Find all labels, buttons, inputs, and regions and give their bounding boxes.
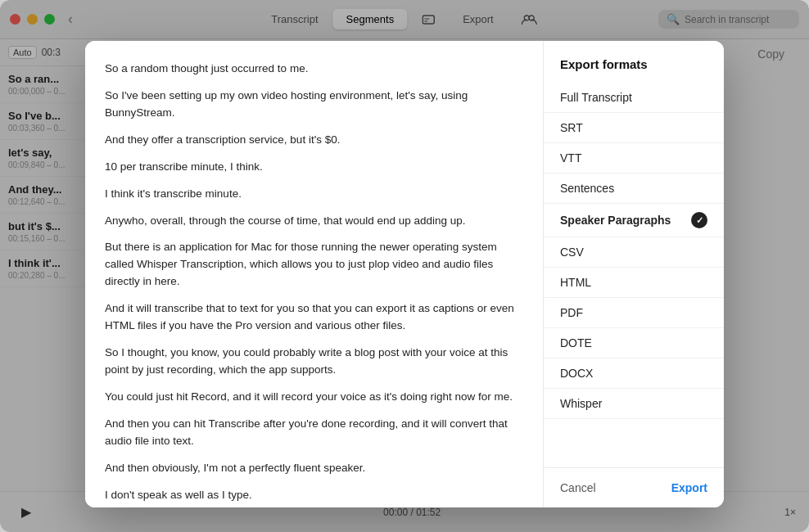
- format-label: Speaker Paragraphs: [560, 214, 671, 227]
- para-2: And they offer a transcription service, …: [105, 132, 523, 149]
- para-7: And it will transcribe that to text for …: [105, 300, 523, 335]
- format-vtt[interactable]: VTT: [544, 143, 724, 174]
- para-12: I don't speak as well as I type.: [105, 487, 523, 504]
- format-label: CSV: [560, 246, 584, 259]
- format-label: DOTE: [560, 336, 592, 349]
- para-10: And then you can hit Transcribe after yo…: [105, 416, 523, 450]
- format-whisper[interactable]: Whisper: [544, 389, 724, 419]
- para-0: So a random thought just occurred to me.: [105, 61, 523, 78]
- para-5: Anywho, overall, through the course of t…: [105, 213, 523, 230]
- export-formats-title: Export formats: [544, 57, 724, 83]
- app-window: ‹ Transcript Segments Export: [0, 0, 809, 532]
- export-button[interactable]: Export: [671, 481, 707, 494]
- export-modal: So a random thought just occurred to me.…: [85, 41, 724, 507]
- format-dote[interactable]: DOTE: [544, 328, 724, 358]
- format-full-transcript[interactable]: Full Transcript: [544, 83, 724, 113]
- format-docx[interactable]: DOCX: [544, 358, 724, 389]
- format-srt[interactable]: SRT: [544, 113, 724, 143]
- para-8: So I thought, you know, you could probab…: [105, 345, 523, 379]
- format-label: PDF: [560, 306, 583, 319]
- format-html[interactable]: HTML: [544, 268, 724, 298]
- format-label: HTML: [560, 276, 591, 289]
- format-pdf[interactable]: PDF: [544, 298, 724, 328]
- cancel-button[interactable]: Cancel: [560, 481, 596, 494]
- export-formats-panel: Export formats Full Transcript SRT VTT S…: [544, 41, 724, 507]
- format-label: VTT: [560, 151, 581, 165]
- format-label: Full Transcript: [560, 91, 632, 104]
- transcript-content: So a random thought just occurred to me.…: [85, 41, 544, 507]
- para-1: So I've been setting up my own video hos…: [105, 88, 523, 122]
- para-3: 10 per transcribe minute, I think.: [105, 159, 523, 176]
- format-speaker-paragraphs[interactable]: Speaker Paragraphs ✓: [544, 204, 724, 237]
- format-csv[interactable]: CSV: [544, 237, 724, 268]
- para-9: You could just hit Record, and it will r…: [105, 389, 523, 406]
- export-footer: Cancel Export: [544, 467, 724, 507]
- copy-button[interactable]: Copy: [757, 47, 784, 61]
- format-sentences[interactable]: Sentences: [544, 174, 724, 204]
- format-label: SRT: [560, 121, 583, 134]
- para-11: And then obviously, I'm not a perfectly …: [105, 460, 523, 477]
- format-label: Sentences: [560, 182, 614, 195]
- selected-check-icon: ✓: [691, 212, 707, 228]
- format-label: Whisper: [560, 397, 602, 410]
- format-label: DOCX: [560, 367, 593, 380]
- para-4: I think it's transcribe minute.: [105, 186, 523, 203]
- modal-overlay: So a random thought just occurred to me.…: [0, 0, 809, 532]
- para-6: But there is an application for Mac for …: [105, 239, 523, 291]
